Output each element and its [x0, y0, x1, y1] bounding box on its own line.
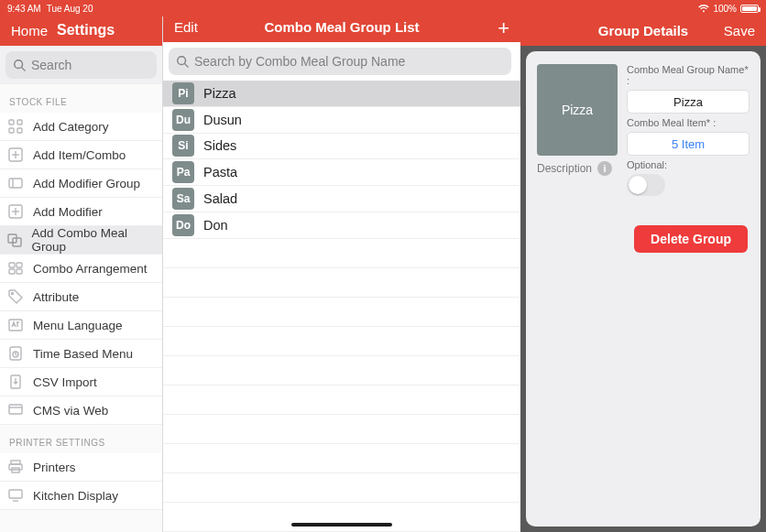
sidebar-item-label: Combo Arrangement [33, 262, 148, 276]
status-bar: 9:43 AM Tue Aug 20 100% [0, 0, 766, 16]
svg-rect-16 [9, 263, 15, 267]
category-icon [7, 118, 24, 135]
battery-icon [740, 5, 759, 13]
status-time: 9:43 AM [7, 4, 41, 14]
svg-rect-25 [9, 405, 22, 414]
sidebar-item-label: Add Item/Combo [33, 148, 126, 162]
sidebar-item-label: Add Category [33, 120, 109, 134]
name-input[interactable]: Pizza [627, 90, 750, 114]
group-label: Don [203, 218, 228, 233]
sidebar-item-cms-via-web[interactable]: CMS via Web [0, 396, 162, 425]
group-tag: Si [172, 135, 194, 157]
status-date: Tue Aug 20 [47, 4, 93, 14]
svg-rect-9 [9, 179, 22, 188]
group-tag: Sa [172, 188, 194, 210]
delete-group-button[interactable]: Delete Group [634, 225, 748, 253]
svg-point-20 [12, 293, 14, 295]
group-thumbnail[interactable]: Pizza [537, 64, 618, 156]
modifier-group-icon [7, 175, 24, 191]
sidebar-item-printers[interactable]: Printers [0, 453, 162, 482]
description-label: Description [537, 162, 592, 175]
search-icon [176, 55, 189, 68]
item-count-button[interactable]: 5 Item [627, 132, 750, 156]
optional-label: Optional: [627, 159, 750, 170]
svg-line-1 [22, 68, 26, 71]
language-icon [7, 317, 24, 333]
import-icon [7, 374, 24, 390]
group-search-placeholder: Search by Combo Meal Group Name [194, 54, 405, 69]
sidebar-item-add-modifier-group[interactable]: Add Modifier Group [0, 169, 162, 198]
save-button[interactable]: Save [709, 23, 755, 38]
group-row-sides[interactable]: Si Sides [163, 134, 520, 160]
group-row-pizza[interactable]: Pi Pizza [163, 81, 520, 107]
plus-square-icon [7, 147, 24, 163]
svg-rect-2 [9, 120, 14, 125]
add-group-button[interactable]: + [464, 21, 509, 35]
group-label: Salad [203, 191, 237, 206]
group-search[interactable]: Search by Combo Meal Group Name [169, 48, 511, 75]
svg-rect-17 [16, 263, 22, 267]
group-tag: Pa [172, 161, 194, 183]
sidebar-item-label: Add Combo Meal Group [32, 226, 155, 254]
group-row-pasta[interactable]: Pa Pasta [163, 159, 520, 186]
combo-group-icon [7, 232, 23, 248]
plus-square-icon [7, 203, 24, 220]
sidebar-item-label: Kitchen Display [33, 489, 118, 503]
empty-rows [163, 239, 520, 532]
sidebar-item-label: CSV Import [33, 375, 97, 389]
sidebar-item-add-category[interactable]: Add Category [0, 113, 162, 141]
svg-rect-28 [9, 464, 22, 470]
sidebar-item-add-item[interactable]: Add Item/Combo [0, 141, 162, 169]
sidebar-item-label: Add Modifier [33, 205, 103, 219]
svg-line-33 [185, 63, 189, 67]
sidebar-item-time-based-menu[interactable]: Time Based Menu [0, 340, 162, 368]
group-label: Pasta [203, 165, 237, 179]
group-row-salad[interactable]: Sa Salad [163, 186, 520, 212]
optional-toggle[interactable] [627, 174, 665, 196]
status-battery-pct: 100% [713, 4, 737, 14]
sidebar-item-csv-import[interactable]: CSV Import [0, 368, 162, 396]
svg-rect-21 [9, 320, 22, 331]
arrangement-icon [7, 260, 24, 277]
sidebar-item-menu-language[interactable]: Menu Language [0, 311, 162, 340]
sidebar-item-combo-arrangement[interactable]: Combo Arrangement [0, 255, 162, 283]
clock-icon [7, 345, 24, 362]
svg-rect-5 [17, 128, 22, 133]
group-label: Dusun [203, 113, 242, 127]
sidebar-item-label: Attribute [33, 290, 79, 304]
svg-rect-18 [9, 269, 15, 274]
svg-rect-3 [17, 120, 22, 125]
svg-rect-4 [9, 128, 14, 133]
sidebar-item-attribute[interactable]: Attribute [0, 283, 162, 311]
display-icon [7, 487, 24, 504]
edit-button[interactable]: Edit [174, 19, 220, 35]
mid-title: Combo Meal Group List [220, 19, 464, 35]
sidebar-item-add-modifier[interactable]: Add Modifier [0, 198, 162, 226]
detail-card: Pizza Description i Combo Meal Group Nam… [526, 51, 761, 527]
name-field-label: Combo Meal Group Name* : [627, 64, 750, 86]
section-stock-file: STOCK FILE [0, 84, 162, 113]
item-field-label: Combo Meal Item* : [627, 117, 750, 128]
search-icon [13, 59, 26, 71]
sidebar-item-label: Printers [33, 461, 76, 474]
section-printer-settings: PRINTER SETTINGS [0, 425, 162, 453]
sidebar-item-label: Add Modifier Group [33, 177, 140, 190]
settings-search[interactable]: Search [5, 51, 157, 79]
sidebar-item-label: CMS via Web [33, 404, 108, 418]
settings-search-placeholder: Search [31, 58, 71, 72]
home-indicator [291, 523, 392, 527]
combo-group-list-panel: Edit Combo Meal Group List + Search by C… [163, 0, 520, 532]
group-row-don[interactable]: Do Don [163, 212, 520, 239]
svg-rect-30 [9, 490, 22, 498]
group-tag: Do [172, 214, 194, 236]
group-tag: Pi [172, 82, 194, 104]
settings-title: Settings [57, 22, 115, 38]
info-icon[interactable]: i [597, 161, 612, 176]
settings-sidebar: Home Settings Search STOCK FILE Add Cate… [0, 0, 163, 532]
sidebar-item-kitchen-display[interactable]: Kitchen Display [0, 482, 162, 510]
group-row-dusun[interactable]: Du Dusun [163, 107, 520, 134]
home-button[interactable]: Home [11, 23, 48, 38]
sidebar-item-add-combo-meal-group[interactable]: Add Combo Meal Group [0, 226, 162, 255]
right-title: Group Details [577, 23, 709, 38]
group-tag: Du [172, 109, 194, 131]
